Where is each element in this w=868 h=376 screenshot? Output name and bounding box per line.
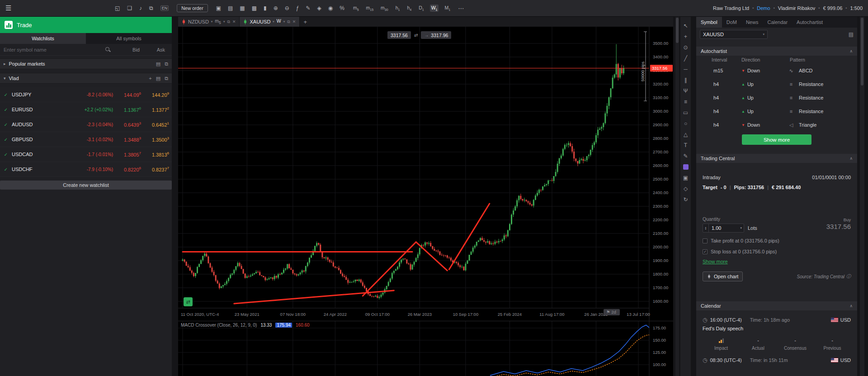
stop-loss-row[interactable]: Stop loss at 0 (331756.0 pips) <box>703 249 851 254</box>
search-icon[interactable] <box>105 47 111 52</box>
rectangle-icon[interactable]: ▭ <box>682 110 689 115</box>
bid-price[interactable]: 1.34883 <box>118 136 146 143</box>
symbol-select[interactable]: XAUUSD <box>700 30 768 39</box>
bid-price[interactable]: 0.64393 <box>118 121 146 128</box>
brush-icon[interactable]: ✎ <box>682 153 689 159</box>
panel-settings-icon[interactable] <box>849 31 854 38</box>
ask-price[interactable]: 1.13772 <box>146 106 169 113</box>
swap-icon[interactable] <box>414 33 418 38</box>
timeframe-m15-button[interactable]: m15 <box>365 5 375 12</box>
trading-central-section-header[interactable]: Trading Central <box>696 154 857 163</box>
info-icon[interactable] <box>846 273 851 280</box>
chart-tab-xauusd[interactable]: XAUUSD W <box>240 17 300 27</box>
timeframe-h1-button[interactable]: h1 <box>394 5 401 12</box>
grid-view-icon[interactable] <box>156 76 160 81</box>
create-watchlist-button[interactable]: Create new watchlist <box>0 181 172 190</box>
open-chart-button[interactable]: Open chart <box>703 271 743 281</box>
close-icon[interactable] <box>292 19 296 24</box>
quantity-input[interactable]: 1.00 <box>709 225 740 231</box>
collapse-icon[interactable] <box>849 156 853 161</box>
chevron-down-icon[interactable] <box>283 20 285 24</box>
grid-2x2-icon[interactable]: ▦ <box>240 5 245 11</box>
fibonacci-icon[interactable]: ≡ <box>682 99 689 105</box>
link-accounts-icon[interactable]: ⧉ <box>149 5 153 11</box>
chevron-down-icon[interactable] <box>740 226 744 230</box>
timeframe-h4-button[interactable]: h4 <box>406 5 413 12</box>
chevron-down-icon[interactable] <box>211 20 213 24</box>
draw-icon[interactable]: ✎ <box>306 5 310 11</box>
zoom-out-icon[interactable]: ⊖ <box>285 5 289 11</box>
more-options-icon[interactable] <box>458 5 464 12</box>
chevron-down-icon[interactable] <box>223 20 225 24</box>
fullscreen-icon[interactable]: ◱ <box>115 5 120 11</box>
ask-price[interactable]: 1.38136 <box>146 151 169 157</box>
ask-price[interactable]: 0.82377 <box>146 166 169 172</box>
autochartist-section-header[interactable]: Autochartist <box>696 47 857 56</box>
timeframe-m5-button[interactable]: m5 <box>352 5 360 12</box>
ask-price-box[interactable]: →3317.96 <box>421 31 451 39</box>
sentiment-widget-button[interactable] <box>184 297 193 306</box>
indicators-icon[interactable]: ƒ <box>296 5 299 11</box>
ask-price[interactable]: 144.209 <box>146 91 169 98</box>
percent-icon[interactable]: % <box>340 5 344 11</box>
timeframe-m30-button[interactable]: m30 <box>379 5 390 12</box>
channel-icon[interactable]: ∥ <box>682 77 689 83</box>
watchlist-row-eurusd[interactable]: ✓EURUSD+2.2 (+0.02%)1.136701.13772 <box>0 102 172 117</box>
bid-price[interactable]: 1.38057 <box>118 151 146 157</box>
triangle-icon[interactable]: △ <box>682 132 689 137</box>
grid-3x3-icon[interactable]: ▩ <box>252 5 257 11</box>
hamburger-menu-icon[interactable] <box>5 4 19 12</box>
show-more-button[interactable]: Show more <box>742 134 811 145</box>
panel-tab-news[interactable]: News <box>741 17 763 28</box>
bid-price[interactable]: 1.13670 <box>118 106 146 113</box>
trendline-icon[interactable]: ╱ <box>682 56 689 61</box>
timeframe-m1-button[interactable]: M1 <box>443 5 452 12</box>
bid-price[interactable]: 0.82206 <box>118 166 146 172</box>
scrollbar-thumb[interactable] <box>861 18 863 86</box>
symbol-search-input[interactable] <box>4 47 105 52</box>
alert-icon[interactable]: ◇ <box>682 186 689 191</box>
layout-icon[interactable]: ▤ <box>228 5 233 11</box>
history-icon[interactable]: ↻ <box>682 197 689 202</box>
watchlist-row-audusd[interactable]: ✓AUDUSD-2.3 (-0.04%)0.643930.64521 <box>0 117 172 132</box>
timeframe-w1-button[interactable]: W1 <box>430 5 439 12</box>
popout-icon[interactable] <box>227 19 230 24</box>
macd-header[interactable]: MACD Crossover (Close, 26, 12, 9, 0) 13.… <box>181 323 310 328</box>
scrollbar-thumb[interactable] <box>676 18 679 43</box>
cursor-icon[interactable]: ↖ <box>682 23 689 29</box>
watchlist-row-usdchf[interactable]: ✓USDCHF-7.9 (-0.10%)0.822060.82377 <box>0 162 172 177</box>
popout-icon[interactable] <box>165 61 168 67</box>
calendar-section-header[interactable]: Calendar <box>696 301 857 310</box>
price-chart-canvas[interactable]: 1600.001700.001800.001900.002000.002100.… <box>178 27 673 321</box>
chart-tab-nzdusd[interactable]: NZDUSD m5 <box>178 17 240 27</box>
chevron-down-icon[interactable] <box>273 20 274 24</box>
bid-price-box[interactable]: 3317.56 <box>387 31 411 39</box>
panel-scrollbar[interactable] <box>860 17 864 376</box>
chevron-down-icon[interactable] <box>4 76 6 81</box>
watchlist-row-gbpusd[interactable]: ✓GBPUSD-3.1 (-0.02%)1.348831.35003 <box>0 132 172 147</box>
horizontal-line-icon[interactable]: ─ <box>682 67 689 72</box>
text-tool-icon[interactable]: T <box>682 143 689 148</box>
collapse-icon[interactable] <box>849 49 853 53</box>
sound-icon[interactable]: ♪ <box>139 5 142 11</box>
ask-price[interactable]: 1.35003 <box>146 136 169 143</box>
new-order-button[interactable]: New order <box>177 4 208 12</box>
autochartist-row[interactable]: m15▼Down∿ABCD <box>696 64 857 77</box>
take-profit-checkbox[interactable] <box>703 238 708 243</box>
screenshot-icon[interactable]: ▣ <box>216 5 221 11</box>
panel-tab-dom[interactable]: DoM <box>722 17 741 28</box>
chevron-right-icon[interactable] <box>4 62 6 66</box>
ellipse-icon[interactable]: ○ <box>682 121 689 126</box>
autochartist-row[interactable]: h4▲Up≡Resistance <box>696 91 857 105</box>
chart-tab-timeframe[interactable]: m5 <box>215 18 221 25</box>
chart-type-icon[interactable]: ▮ <box>264 5 267 11</box>
crosshair-icon[interactable]: + <box>682 34 689 39</box>
chart-tab-timeframe[interactable]: W <box>277 18 281 25</box>
timeframe-d1-button[interactable]: D1 <box>417 5 425 12</box>
tab-all-symbols[interactable]: All symbols <box>86 33 172 44</box>
autochartist-row[interactable]: h4▲Up≡Resistance <box>696 77 857 91</box>
pitchfork-icon[interactable]: Ψ <box>682 88 689 94</box>
color-swatch-icon[interactable] <box>683 164 689 170</box>
stop-loss-checkbox[interactable] <box>703 249 708 254</box>
popular-markets-group[interactable]: Popular markets <box>0 58 172 69</box>
